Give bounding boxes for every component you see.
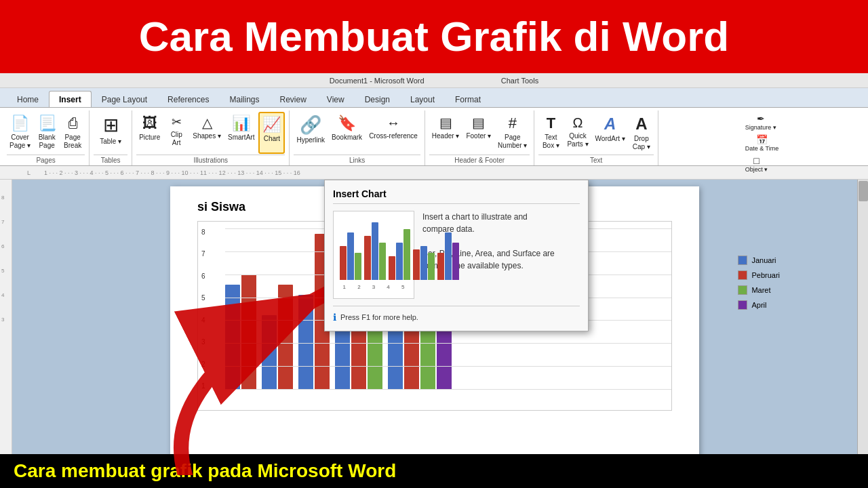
legend-januari: Januari — [738, 256, 780, 265]
links-label: Links — [294, 155, 420, 165]
quick-parts-icon: Ω — [573, 116, 583, 129]
legend-color-april — [738, 300, 747, 310]
page-number-button[interactable]: # PageNumber ▾ — [495, 112, 530, 154]
popup-title: Insert Chart — [333, 188, 580, 204]
picture-button[interactable]: 🖼 Picture — [136, 112, 163, 154]
quick-parts-button[interactable]: Ω QuickParts ▾ — [564, 112, 591, 154]
wordart-button[interactable]: A WordArt ▾ — [593, 112, 628, 154]
clip-art-icon: ✂ — [172, 116, 182, 128]
group-tables: ⊞ Table ▾ Tables — [90, 110, 132, 165]
header-icon: ▤ — [439, 116, 452, 129]
blank-page-button[interactable]: 📃 BlankPage — [35, 112, 59, 154]
cover-page-icon: 📄 — [11, 116, 29, 131]
header-footer-label: Header & Footer — [429, 155, 530, 165]
picture-icon: 🖼 — [142, 116, 157, 131]
bookmark-button[interactable]: 🔖 Bookmark — [329, 112, 365, 154]
chart-icon: 📈 — [262, 117, 281, 132]
group-illustrations: 🖼 Picture ✂ ClipArt △ Shapes ▾ 📊 SmartAr… — [132, 110, 290, 165]
tab-mailings[interactable]: Mailings — [219, 91, 269, 107]
bottom-text: Cara membuat grafik pada Microsoft Word — [14, 460, 396, 482]
bottom-banner: Cara membuat grafik pada Microsoft Word — [0, 454, 868, 488]
blank-page-icon: 📃 — [38, 116, 56, 131]
window-titlebar: Document1 - Microsoft Word Chart Tools — [0, 73, 868, 88]
ribbon-content: 📄 CoverPage ▾ 📃 BlankPage ⎙ PageBreak Pa… — [0, 107, 868, 165]
document-area: si Siswa 1 2 — [12, 180, 857, 475]
smartart-button[interactable]: 📊 SmartArt — [225, 112, 257, 154]
clip-art-button[interactable]: ✂ ClipArt — [164, 112, 189, 154]
bookmark-icon: 🔖 — [338, 116, 356, 131]
left-ruler: 8 7 6 5 4 3 — [0, 180, 12, 475]
tab-home[interactable]: Home — [7, 91, 49, 107]
help-icon: ℹ — [333, 312, 336, 323]
ribbon: Home Insert Page Layout References Maili… — [0, 88, 868, 166]
tab-layout[interactable]: Layout — [400, 91, 445, 107]
scrollbar-vertical[interactable] — [857, 180, 868, 475]
table-button[interactable]: ⊞ Table ▾ — [94, 112, 127, 154]
date-time-icon: 📅 — [756, 134, 768, 145]
text-label: Text — [538, 155, 653, 165]
chart-button[interactable]: 📈 Chart — [258, 112, 285, 154]
cross-reference-icon: ↔ — [387, 116, 400, 129]
drop-cap-button[interactable]: A DropCap ▾ — [629, 112, 654, 154]
tab-page-layout[interactable]: Page Layout — [92, 91, 157, 107]
text-box-icon: T — [547, 116, 555, 131]
object-button[interactable]: □ Object ▾ — [743, 154, 770, 174]
object-icon: □ — [753, 155, 759, 166]
cross-reference-button[interactable]: ↔ Cross-reference — [366, 112, 420, 154]
window-title: Document1 - Microsoft Word Chart Tools — [330, 77, 538, 85]
group-pages: 📄 CoverPage ▾ 📃 BlankPage ⎙ PageBreak Pa… — [3, 110, 90, 165]
group-right: ✒ Signature ▾ 📅 Date & Time □ Object ▾ — [658, 110, 865, 165]
group-header-footer: ▤ Header ▾ ▤ Footer ▾ # PageNumber ▾ Hea… — [425, 110, 535, 165]
hyperlink-icon: 🔗 — [300, 116, 321, 134]
signature-icon: ✒ — [757, 113, 765, 124]
popup-body: 1 2 3 4 5 Insert a chart to illustrate a… — [333, 211, 580, 299]
tab-design[interactable]: Design — [355, 91, 400, 107]
drop-cap-icon: A — [635, 116, 647, 132]
tab-review[interactable]: Review — [269, 91, 316, 107]
page-number-icon: # — [509, 116, 517, 131]
table-icon: ⊞ — [103, 116, 119, 135]
title-banner: Cara Membuat Grafik di Word — [0, 0, 868, 73]
group-links: 🔗 Hyperlink 🔖 Bookmark ↔ Cross-reference… — [290, 110, 425, 165]
tab-format[interactable]: Format — [445, 91, 491, 107]
popup-footer: ℹ Press F1 for more help. — [333, 306, 580, 323]
legend-color-pebruari — [738, 270, 747, 280]
shapes-button[interactable]: △ Shapes ▾ — [190, 112, 224, 154]
main-area: 8 7 6 5 4 3 si Siswa — [0, 180, 868, 475]
cover-page-button[interactable]: 📄 CoverPage ▾ — [7, 112, 33, 154]
tab-references[interactable]: References — [157, 91, 219, 107]
legend-color-maret — [738, 285, 747, 295]
group-text: T TextBox ▾ Ω QuickParts ▾ A WordArt ▾ A… — [534, 110, 658, 165]
signature-button[interactable]: ✒ Signature ▾ — [743, 112, 778, 132]
legend-maret: Maret — [738, 285, 780, 295]
ruler: L 1 · · · 2 · · · 3 · · · 4 · · · 5 · · … — [0, 166, 868, 180]
smartart-icon: 📊 — [232, 116, 250, 131]
insert-chart-popup: Insert Chart — [324, 180, 589, 331]
page-break-icon: ⎙ — [68, 116, 77, 131]
page-break-button[interactable]: ⎙ PageBreak — [60, 112, 85, 154]
legend-color-januari — [738, 256, 747, 265]
scrollbar-thumb[interactable] — [859, 181, 868, 201]
legend-pebruari: Pebruari — [738, 270, 780, 280]
chart-legend: Januari Pebruari Maret April — [738, 256, 780, 310]
wordart-icon: A — [604, 116, 616, 132]
title-text: Cara Membuat Grafik di Word — [139, 14, 729, 60]
tables-label: Tables — [94, 155, 127, 165]
popup-chart-preview: 1 2 3 4 5 — [333, 211, 414, 299]
legend-april: April — [738, 300, 780, 310]
pages-label: Pages — [7, 155, 85, 165]
y-axis: 1 2 3 4 5 6 7 8 — [201, 228, 205, 390]
text-box-button[interactable]: T TextBox ▾ — [538, 112, 563, 154]
date-time-button[interactable]: 📅 Date & Time — [743, 133, 781, 153]
help-text: Press F1 for more help. — [340, 313, 418, 321]
header-button[interactable]: ▤ Header ▾ — [429, 112, 462, 154]
ribbon-tabs: Home Insert Page Layout References Maili… — [0, 88, 868, 107]
illustrations-label: Illustrations — [136, 155, 285, 165]
tab-view[interactable]: View — [317, 91, 355, 107]
tab-insert[interactable]: Insert — [49, 91, 92, 107]
hyperlink-button[interactable]: 🔗 Hyperlink — [294, 112, 328, 154]
footer-button[interactable]: ▤ Footer ▾ — [463, 112, 494, 154]
mini-bar-chart — [337, 215, 410, 283]
shapes-icon: △ — [202, 116, 212, 129]
footer-icon: ▤ — [472, 116, 485, 129]
